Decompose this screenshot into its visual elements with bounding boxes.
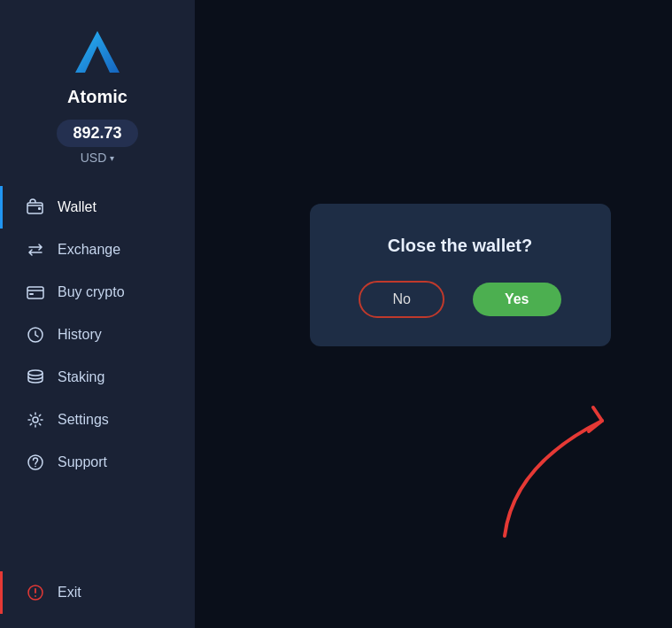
dialog-title: Close the wallet? bbox=[388, 236, 532, 256]
no-button[interactable]: No bbox=[359, 281, 444, 318]
sidebar-item-exchange-label: Exchange bbox=[58, 242, 120, 258]
sidebar-nav: Wallet Exchange Buy crypto bbox=[0, 186, 195, 484]
sidebar-item-history-label: History bbox=[58, 327, 102, 343]
arrow-annotation bbox=[478, 394, 672, 557]
history-icon bbox=[26, 325, 45, 345]
yes-button[interactable]: Yes bbox=[473, 283, 561, 316]
sidebar-item-support-label: Support bbox=[58, 454, 107, 470]
svg-rect-4 bbox=[27, 287, 43, 298]
svg-rect-3 bbox=[38, 207, 41, 210]
buy-crypto-icon bbox=[26, 283, 45, 302]
close-wallet-dialog: Close the wallet? No Yes bbox=[310, 204, 611, 346]
sidebar-item-buy-crypto-label: Buy crypto bbox=[58, 284, 125, 300]
support-icon bbox=[26, 453, 45, 472]
sidebar-item-history[interactable]: History bbox=[0, 314, 195, 356]
sidebar-item-wallet[interactable]: Wallet bbox=[0, 186, 195, 229]
currency-selector[interactable]: USD ▾ bbox=[81, 151, 115, 165]
balance-display: 892.73 bbox=[57, 120, 137, 147]
sidebar-item-exit-label: Exit bbox=[58, 585, 81, 601]
sidebar-item-settings[interactable]: Settings bbox=[0, 399, 195, 441]
sidebar-item-staking-label: Staking bbox=[58, 369, 104, 385]
sidebar-item-buy-crypto[interactable]: Buy crypto bbox=[0, 271, 195, 314]
chevron-down-icon: ▾ bbox=[110, 153, 114, 163]
svg-rect-5 bbox=[29, 293, 34, 295]
svg-point-10 bbox=[35, 466, 36, 468]
app-name: Atomic bbox=[67, 87, 127, 107]
svg-point-12 bbox=[35, 595, 36, 597]
sidebar-item-support[interactable]: Support bbox=[0, 441, 195, 484]
exchange-icon bbox=[26, 240, 45, 260]
svg-point-8 bbox=[33, 417, 38, 423]
sidebar-item-wallet-label: Wallet bbox=[58, 199, 97, 215]
sidebar-item-staking[interactable]: Staking bbox=[0, 356, 195, 399]
app-logo-icon bbox=[71, 27, 124, 80]
exit-icon bbox=[26, 583, 45, 602]
svg-point-7 bbox=[28, 370, 42, 376]
wallet-icon bbox=[26, 198, 45, 217]
sidebar: Atomic 892.73 USD ▾ Wallet bbox=[0, 0, 195, 628]
staking-icon bbox=[26, 368, 45, 387]
dialog-buttons: No Yes bbox=[359, 281, 560, 318]
sidebar-item-exit[interactable]: Exit bbox=[0, 571, 195, 614]
settings-icon bbox=[26, 410, 45, 430]
main-content: Close the wallet? No Yes bbox=[195, 0, 672, 628]
sidebar-item-exchange[interactable]: Exchange bbox=[0, 229, 195, 271]
sidebar-item-settings-label: Settings bbox=[58, 412, 109, 428]
currency-label: USD bbox=[81, 151, 107, 165]
